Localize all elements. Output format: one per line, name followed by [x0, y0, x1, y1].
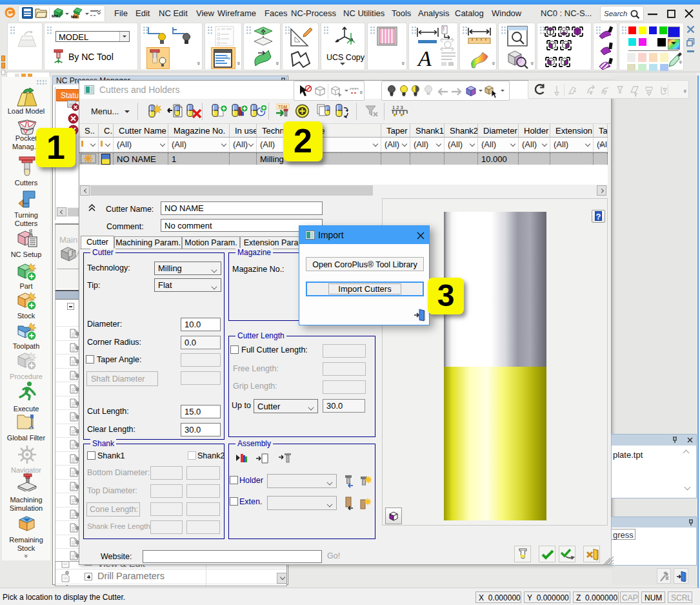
svg-text:1 2 3: 1 2 3 [392, 105, 403, 110]
svg-text:MM: MM [71, 15, 77, 19]
svg-text:Y: Y [443, 29, 445, 32]
svg-text:MM: MM [52, 14, 58, 18]
svg-text:TDM: TDM [278, 105, 287, 109]
